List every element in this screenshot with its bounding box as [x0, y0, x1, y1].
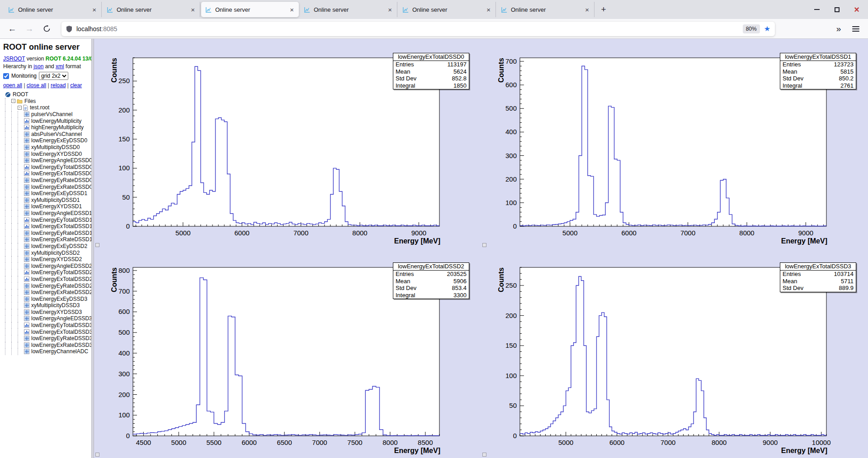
action-link-open-all[interactable]: open all — [3, 82, 22, 89]
tree-item-lowEnergyAngleEDSSD2[interactable]: lowEnergyAngleEDSSD2 — [3, 262, 91, 269]
tab-online-server-5[interactable]: Online server× — [497, 2, 594, 17]
reload-button[interactable] — [39, 22, 54, 36]
tree-item-lowEnergyEyTotalDSSD2[interactable]: lowEnergyEyTotalDSSD2 — [3, 269, 91, 276]
stat-label: Std Dev — [396, 75, 416, 82]
app-menu-button[interactable] — [848, 22, 863, 36]
collapse-expander-icon[interactable]: - — [18, 106, 22, 110]
stats-box-lowEnergyExTotalDSSD2[interactable]: lowEnergyExTotalDSSD2Entries203525Mean59… — [393, 262, 469, 299]
pad-resize-handle[interactable] — [95, 243, 99, 247]
tab-close-icon[interactable]: × — [289, 6, 295, 14]
stats-box-lowEnergyExTotalDSSD1[interactable]: lowEnergyExTotalDSSD1Entries123723Mean58… — [780, 53, 856, 89]
tree-item-lowEnergyXYDSSD0[interactable]: lowEnergyXYDSSD0 — [3, 150, 91, 157]
tree-item-lowEnergyExTotalDSSD2[interactable]: lowEnergyExTotalDSSD2 — [3, 276, 91, 283]
histogram-1d-icon — [24, 329, 29, 335]
tree-item-lowEnergyExTotalDSSD3[interactable]: lowEnergyExTotalDSSD3 — [3, 328, 91, 335]
tree-item-xyMultiplicityDSSD2[interactable]: xyMultiplicityDSSD2 — [3, 249, 91, 256]
tab-online-server-4[interactable]: Online server× — [398, 2, 496, 17]
tree-item-lowEnergyExEyDSSD2[interactable]: lowEnergyExEyDSSD2 — [3, 243, 91, 250]
action-link-reload[interactable]: reload — [51, 82, 66, 89]
pad-resize-handle[interactable] — [95, 453, 99, 457]
tree-item-lowEnergyEyRateDSSD0[interactable]: lowEnergyEyRateDSSD0 — [3, 177, 91, 184]
tab-online-server-0[interactable]: Online server× — [4, 2, 102, 17]
tab-close-icon[interactable]: × — [190, 6, 196, 14]
close-window-button[interactable]: × — [853, 5, 861, 14]
tree-item-lowEnergyExRateDSSD0[interactable]: lowEnergyExRateDSSD0 — [3, 183, 91, 190]
tree-item-xyMultiplicityDSSD1[interactable]: xyMultiplicityDSSD1 — [3, 197, 91, 204]
svg-text:500: 500 — [505, 104, 517, 112]
monitoring-checkbox[interactable] — [3, 73, 9, 79]
tree-item-lowEnergyAngleEDSSD3[interactable]: lowEnergyAngleEDSSD3 — [3, 315, 91, 322]
json-link[interactable]: json — [33, 63, 43, 70]
maximize-button[interactable] — [833, 5, 841, 14]
tree-guide — [11, 262, 18, 269]
layout-select[interactable]: grid 2x2 — [39, 72, 68, 80]
tree-item-lowEnergyAngleEDSSD1[interactable]: lowEnergyAngleEDSSD1 — [3, 210, 91, 217]
action-link-clear[interactable]: clear — [70, 82, 82, 89]
tab-close-icon[interactable]: × — [91, 6, 97, 14]
pad-resize-handle[interactable] — [482, 453, 486, 457]
pad-resize-handle[interactable] — [482, 243, 486, 247]
bookmark-star-icon[interactable]: ★ — [764, 24, 770, 33]
zoom-level-badge[interactable]: 80% — [743, 24, 760, 33]
tab-close-icon[interactable]: × — [387, 6, 393, 14]
xml-link[interactable]: xml — [56, 63, 64, 70]
tree-item-lowEnergyEyTotalDSSD0[interactable]: lowEnergyEyTotalDSSD0 — [3, 164, 91, 171]
stats-box-lowEnergyExTotalDSSD0[interactable]: lowEnergyExTotalDSSD0Entries113197Mean56… — [393, 53, 469, 89]
pad-lowEnergyExTotalDSSD0[interactable]: 05010015020025050006000700080009000Energ… — [94, 39, 481, 248]
tree-item-files[interactable]: -Files — [3, 98, 91, 105]
tree-item-highEnergyMultiplicity[interactable]: highEnergyMultiplicity — [3, 124, 91, 131]
tree-item-lowEnergyChannelADC[interactable]: lowEnergyChannelADC — [3, 348, 91, 355]
tab-close-icon[interactable]: × — [486, 6, 491, 14]
tab-online-server-3[interactable]: Online server× — [300, 2, 397, 17]
pad-lowEnergyExTotalDSSD2[interactable]: 0100200300400500600700800450050005500600… — [94, 248, 481, 458]
tree-item-lowEnergyExRateDSSD2[interactable]: lowEnergyExRateDSSD2 — [3, 289, 91, 296]
minimize-button[interactable] — [813, 5, 821, 14]
tab-close-icon[interactable]: × — [584, 6, 590, 14]
overflow-menu-button[interactable]: » — [831, 22, 846, 36]
tree-guide — [5, 223, 11, 230]
new-tab-button[interactable]: + — [597, 3, 610, 16]
tree-item-pulserVsChannel[interactable]: pulserVsChannel — [3, 111, 91, 118]
pad-lowEnergyExTotalDSSD3[interactable]: 0501001502002505000600070008000900010000… — [481, 248, 868, 458]
stat-value: 5815 — [840, 68, 854, 75]
action-link-close-all[interactable]: close all — [27, 82, 46, 89]
tree-item-lowEnergyExRateDSSD1[interactable]: lowEnergyExRateDSSD1 — [3, 236, 91, 243]
tree-item-lowEnergyExRateDSSD3[interactable]: lowEnergyExRateDSSD3 — [3, 342, 91, 349]
tree-item-lowEnergyXYDSSD1[interactable]: lowEnergyXYDSSD1 — [3, 203, 91, 210]
pad-lowEnergyExTotalDSSD1[interactable]: 0100200300400500600700500060007000800090… — [481, 39, 868, 248]
collapse-expander-icon[interactable]: - — [11, 99, 15, 103]
tab-online-server-1[interactable]: Online server× — [103, 2, 200, 17]
tab-online-server-2[interactable]: Online server× — [201, 2, 299, 17]
tree-item-lowEnergyExEyDSSD1[interactable]: lowEnergyExEyDSSD1 — [3, 190, 91, 197]
stats-row-entries: Entries103714 — [780, 271, 856, 278]
histogram-2d-icon — [24, 303, 29, 308]
stats-box-lowEnergyExTotalDSSD3[interactable]: lowEnergyExTotalDSSD3Entries103714Mean57… — [780, 262, 856, 292]
tree-item-xyMultiplicityDSSD0[interactable]: xyMultiplicityDSSD0 — [3, 144, 91, 151]
back-button[interactable]: ← — [5, 22, 20, 36]
tree-item-root[interactable]: ROOT — [3, 91, 91, 98]
tree-item-xyMultiplicityDSSD3[interactable]: xyMultiplicityDSSD3 — [3, 302, 91, 309]
forward-button[interactable]: → — [22, 22, 37, 36]
url-bar[interactable]: localhost:8085 80% ★ — [61, 22, 775, 36]
tree-item-lowEnergyMultiplicity[interactable]: lowEnergyMultiplicity — [3, 117, 91, 124]
jsroot-link[interactable]: JSROOT — [3, 56, 25, 62]
tree-item-label: lowEnergyExRateDSSD1 — [31, 236, 91, 243]
tree-item-lowEnergyEyRateDSSD1[interactable]: lowEnergyEyRateDSSD1 — [3, 229, 91, 236]
stats-row-std-dev: Std Dev853.4 — [393, 285, 469, 292]
tree-item-label: lowEnergyAngleEDSSD0 — [31, 157, 91, 164]
tree-item-absPulserVsChannel[interactable]: absPulserVsChannel — [3, 131, 91, 138]
tree-item-test-root[interactable]: -test.root — [3, 104, 91, 111]
tree-item-lowEnergyEyTotalDSSD3[interactable]: lowEnergyEyTotalDSSD3 — [3, 322, 91, 329]
tree-item-lowEnergyXYDSSD2[interactable]: lowEnergyXYDSSD2 — [3, 256, 91, 263]
tree-item-lowEnergyEyTotalDSSD1[interactable]: lowEnergyEyTotalDSSD1 — [3, 216, 91, 223]
tree-item-lowEnergyExTotalDSSD1[interactable]: lowEnergyExTotalDSSD1 — [3, 223, 91, 230]
tree-item-lowEnergyXYDSSD3[interactable]: lowEnergyXYDSSD3 — [3, 309, 91, 316]
tree-item-lowEnergyExEyDSSD0[interactable]: lowEnergyExEyDSSD0 — [3, 137, 91, 144]
tree-item-label: lowEnergyEyRateDSSD0 — [31, 177, 91, 183]
tree-item-lowEnergyAngleEDSSD0[interactable]: lowEnergyAngleEDSSD0 — [3, 157, 91, 164]
tree-item-lowEnergyExEyDSSD3[interactable]: lowEnergyExEyDSSD3 — [3, 295, 91, 302]
shield-icon[interactable] — [66, 25, 72, 33]
tree-item-lowEnergyEyRateDSSD2[interactable]: lowEnergyEyRateDSSD2 — [3, 282, 91, 289]
tree-item-lowEnergyExTotalDSSD0[interactable]: lowEnergyExTotalDSSD0 — [3, 170, 91, 177]
tree-item-lowEnergyEyRateDSSD3[interactable]: lowEnergyEyRateDSSD3 — [3, 335, 91, 342]
